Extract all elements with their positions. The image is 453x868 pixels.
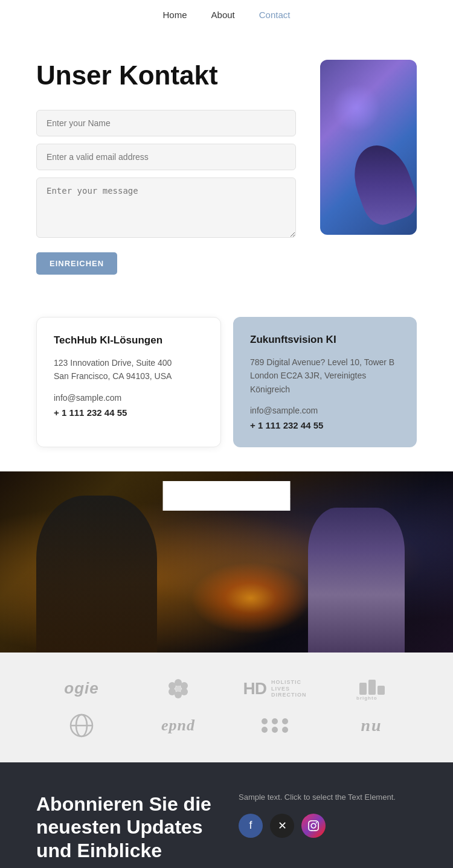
nav-contact[interactable]: Contact bbox=[259, 10, 291, 20]
image-nav: Home About Contact bbox=[163, 481, 291, 511]
logo-ogie: ogie bbox=[64, 679, 98, 698]
svg-point-15 bbox=[272, 718, 278, 724]
submit-button[interactable]: EINREICHEN bbox=[36, 252, 117, 275]
card-zukunft-title: Zukunftsvision KI bbox=[250, 334, 400, 346]
svg-point-14 bbox=[262, 718, 268, 724]
image-nav-contact[interactable]: Contact bbox=[259, 491, 291, 501]
main-nav: Home About Contact bbox=[0, 0, 453, 30]
logo-brighto: brighto bbox=[356, 677, 387, 701]
svg-point-5 bbox=[169, 682, 176, 689]
svg-point-19 bbox=[282, 727, 288, 733]
facebook-icon[interactable]: f bbox=[239, 814, 263, 838]
image-nav-about[interactable]: About bbox=[211, 491, 235, 501]
cards-section: TechHub KI-Lösungen 123 Innovation Drive… bbox=[0, 305, 453, 471]
logo-flower bbox=[166, 677, 190, 701]
card-techhub-address: 123 Innovation Drive, Suite 400 San Fran… bbox=[54, 356, 204, 383]
card-zukunft: Zukunftsvision KI 789 Digital Avenue? Le… bbox=[233, 317, 417, 447]
card-techhub-email: info@sample.com bbox=[54, 393, 204, 403]
footer-inner: Abonnieren Sie die neuesten Updates und … bbox=[36, 793, 417, 868]
footer-title: Abonnieren Sie die neuesten Updates und … bbox=[36, 793, 214, 862]
image-nav-home[interactable]: Home bbox=[163, 491, 187, 501]
svg-point-17 bbox=[262, 727, 268, 733]
nav-home[interactable]: Home bbox=[163, 10, 187, 20]
hero-image bbox=[320, 60, 417, 235]
footer-right: Sample text. Click to select the Text El… bbox=[239, 793, 417, 868]
logo-circle bbox=[69, 713, 94, 738]
svg-text:brighto: brighto bbox=[356, 695, 378, 701]
hero-right bbox=[320, 60, 417, 235]
card-techhub: TechHub KI-Lösungen 123 Innovation Drive… bbox=[36, 317, 221, 447]
instagram-icon[interactable] bbox=[301, 814, 326, 838]
logo-epnd: epnd bbox=[161, 716, 195, 735]
social-icons: f ✕ bbox=[239, 814, 417, 838]
hero-left: Unser Kontakt EINREICHEN bbox=[36, 60, 296, 275]
message-input[interactable] bbox=[36, 177, 296, 238]
hero-section: Unser Kontakt EINREICHEN bbox=[0, 30, 453, 305]
footer-left: Abonnieren Sie die neuesten Updates und … bbox=[36, 793, 214, 868]
nav-about[interactable]: About bbox=[211, 10, 235, 20]
svg-point-6 bbox=[175, 686, 181, 692]
svg-rect-7 bbox=[359, 683, 367, 695]
silhouette-robot bbox=[308, 508, 405, 653]
logo-hd: HD HOLISTICLIVESDIRECTION bbox=[243, 679, 307, 698]
footer-sample-text-top: Sample text. Click to select the Text El… bbox=[239, 793, 417, 802]
svg-point-16 bbox=[282, 718, 288, 724]
card-zukunft-address: 789 Digital Avenue? Level 10, Tower B Lo… bbox=[250, 356, 400, 396]
page-title: Unser Kontakt bbox=[36, 60, 296, 92]
image-sparks bbox=[190, 562, 311, 634]
name-input[interactable] bbox=[36, 110, 296, 136]
logos-section: ogie HD HOLISTICLIVESDIRECTION brighto bbox=[0, 653, 453, 762]
svg-rect-8 bbox=[368, 680, 376, 695]
card-techhub-title: TechHub KI-Lösungen bbox=[54, 334, 204, 346]
full-image-section: Home About Contact bbox=[0, 471, 453, 653]
svg-rect-9 bbox=[378, 686, 385, 695]
silhouette-woman bbox=[36, 496, 157, 653]
twitter-x-icon[interactable]: ✕ bbox=[270, 814, 294, 838]
logo-dots bbox=[260, 716, 290, 735]
card-zukunft-email: info@sample.com bbox=[250, 406, 400, 415]
email-input[interactable] bbox=[36, 144, 296, 170]
footer: Abonnieren Sie die neuesten Updates und … bbox=[0, 762, 453, 868]
svg-point-18 bbox=[272, 727, 278, 733]
logo-nu: nu bbox=[361, 716, 382, 735]
card-techhub-phone: + 1 111 232 44 55 bbox=[54, 407, 204, 418]
card-zukunft-phone: + 1 111 232 44 55 bbox=[250, 420, 400, 430]
